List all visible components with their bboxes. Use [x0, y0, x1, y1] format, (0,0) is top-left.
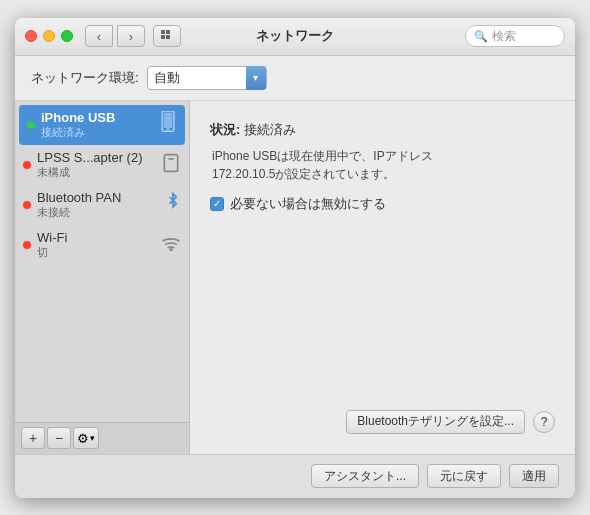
assistant-button[interactable]: アシスタント...: [311, 464, 419, 488]
sidebar-item-iphone-usb[interactable]: iPhone USB 接続済み: [19, 105, 185, 145]
item-status: 未構成: [37, 165, 155, 180]
svg-rect-5: [164, 113, 172, 128]
forward-button[interactable]: ›: [117, 25, 145, 47]
checkbox-row: ✓ 必要ない場合は無効にする: [210, 195, 555, 213]
content-area: iPhone USB 接続済み LPSS S: [15, 101, 575, 454]
titlebar: ‹ › ネットワーク 🔍 検索: [15, 18, 575, 56]
item-name: LPSS S...apter (2): [37, 150, 155, 165]
item-text: Bluetooth PAN 未接続: [37, 190, 159, 220]
item-text: iPhone USB 接続済み: [41, 110, 153, 140]
traffic-lights: [25, 30, 73, 42]
sidebar-toolbar: + − ⚙ ▾: [15, 422, 189, 454]
help-button[interactable]: ?: [533, 411, 555, 433]
handset-icon: [161, 153, 181, 177]
add-button[interactable]: +: [21, 427, 45, 449]
apply-button[interactable]: 適用: [509, 464, 559, 488]
status-row: 状況: 接続済み: [210, 121, 555, 139]
item-name: Wi-Fi: [37, 230, 155, 245]
remove-button[interactable]: −: [47, 427, 71, 449]
back-button[interactable]: ‹: [85, 25, 113, 47]
status-dot-red: [23, 201, 31, 209]
network-list: iPhone USB 接続済み LPSS S: [15, 101, 189, 422]
svg-point-6: [167, 129, 169, 131]
grid-button[interactable]: [153, 25, 181, 47]
svg-rect-0: [161, 30, 165, 34]
env-dropdown-arrow[interactable]: ▾: [246, 66, 266, 90]
minimize-button[interactable]: [43, 30, 55, 42]
chevron-down-icon: ▾: [253, 72, 258, 83]
item-name: iPhone USB: [41, 110, 153, 125]
nav-buttons: ‹ ›: [85, 25, 145, 47]
network-sidebar: iPhone USB 接続済み LPSS S: [15, 101, 190, 454]
bluetooth-icon: [165, 192, 181, 217]
env-select[interactable]: 自動 ▾: [147, 66, 267, 90]
status-label: 状況:: [210, 121, 240, 139]
window-title: ネットワーク: [256, 27, 334, 45]
item-text: LPSS S...apter (2) 未構成: [37, 150, 155, 180]
status-dot-green: [27, 121, 35, 129]
phone-icon: [159, 111, 177, 138]
svg-rect-2: [161, 35, 165, 39]
status-dot-red: [23, 161, 31, 169]
checkbox-label: 必要ない場合は無効にする: [230, 195, 386, 213]
gear-icon: ⚙: [77, 431, 89, 446]
bluetooth-tethering-button[interactable]: Bluetoothテザリングを設定...: [346, 410, 525, 434]
status-desc: iPhone USBは現在使用中で、IPアドレス172.20.10.5が設定され…: [212, 147, 492, 183]
search-icon: 🔍: [474, 30, 488, 43]
status-area: 状況: 接続済み iPhone USBは現在使用中で、IPアドレス172.20.…: [210, 121, 555, 213]
svg-point-8: [170, 248, 172, 250]
gear-menu-button[interactable]: ⚙ ▾: [73, 427, 99, 449]
item-status: 接続済み: [41, 125, 153, 140]
svg-rect-1: [166, 30, 170, 34]
wifi-icon: [161, 235, 181, 255]
item-status: 未接続: [37, 205, 159, 220]
search-placeholder: 検索: [492, 28, 516, 45]
disable-checkbox[interactable]: ✓: [210, 197, 224, 211]
item-status: 切: [37, 245, 155, 260]
sidebar-item-wifi[interactable]: Wi-Fi 切: [15, 225, 189, 265]
window-footer: アシスタント... 元に戻す 適用: [15, 454, 575, 498]
sidebar-item-lpss[interactable]: LPSS S...apter (2) 未構成: [15, 145, 189, 185]
item-name: Bluetooth PAN: [37, 190, 159, 205]
chevron-down-icon: ▾: [90, 433, 95, 443]
network-toolbar: ネットワーク環境: 自動 ▾: [15, 56, 575, 101]
maximize-button[interactable]: [61, 30, 73, 42]
status-dot-red: [23, 241, 31, 249]
status-value: 接続済み: [244, 121, 296, 139]
network-window: ‹ › ネットワーク 🔍 検索 ネットワーク環境: 自動 ▾: [15, 18, 575, 498]
main-panel: 状況: 接続済み iPhone USBは現在使用中で、IPアドレス172.20.…: [190, 101, 575, 454]
svg-rect-3: [166, 35, 170, 39]
main-footer: Bluetoothテザリングを設定... ?: [210, 410, 555, 434]
close-button[interactable]: [25, 30, 37, 42]
revert-button[interactable]: 元に戻す: [427, 464, 501, 488]
env-label: ネットワーク環境:: [31, 69, 139, 87]
checkmark-icon: ✓: [213, 198, 221, 209]
env-value: 自動: [154, 69, 180, 87]
sidebar-item-bluetooth[interactable]: Bluetooth PAN 未接続: [15, 185, 189, 225]
search-box[interactable]: 🔍 検索: [465, 25, 565, 47]
item-text: Wi-Fi 切: [37, 230, 155, 260]
